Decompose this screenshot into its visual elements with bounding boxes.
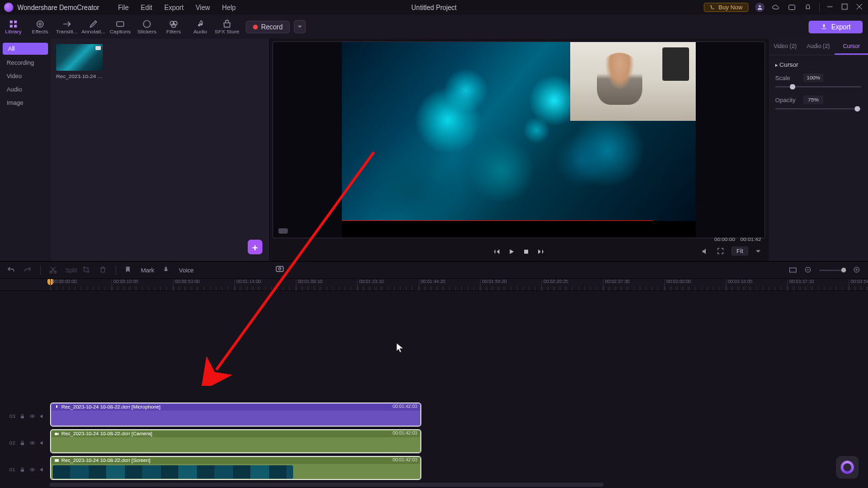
cat-video[interactable]: Video bbox=[0, 69, 51, 83]
maximize-icon[interactable] bbox=[841, 3, 849, 11]
svg-point-18 bbox=[278, 268, 281, 270]
cat-image[interactable]: Image bbox=[0, 96, 51, 109]
ruler-tick: 00:01:59:20 bbox=[480, 279, 507, 290]
crop-button[interactable] bbox=[82, 266, 91, 274]
svg-rect-6 bbox=[10, 20, 13, 23]
message-icon[interactable] bbox=[787, 3, 797, 12]
play-button[interactable] bbox=[507, 248, 515, 256]
record-button[interactable]: Record bbox=[246, 21, 290, 33]
opacity-label: Opacity bbox=[775, 97, 799, 103]
tab-annotations[interactable]: Annotati... bbox=[80, 15, 107, 39]
snapshot-button[interactable] bbox=[275, 264, 284, 273]
buy-now-button[interactable]: Buy Now bbox=[704, 3, 748, 12]
cat-all[interactable]: All bbox=[3, 43, 48, 55]
eye-icon[interactable] bbox=[29, 440, 35, 446]
menu-help[interactable]: Help bbox=[222, 4, 236, 11]
lock-icon[interactable] bbox=[19, 413, 25, 419]
opacity-slider[interactable] bbox=[775, 108, 861, 109]
prev-frame-button[interactable] bbox=[493, 248, 501, 256]
ptab-video[interactable]: Video (2) bbox=[769, 39, 802, 55]
ruler-tick: 00:01:44:20 bbox=[419, 279, 445, 290]
scale-slider[interactable] bbox=[775, 86, 861, 87]
split-button[interactable]: Split bbox=[65, 266, 74, 274]
track-clip-microphone[interactable]: Rec_2023-10-24 10-08-22.dcrr [Microphone… bbox=[51, 403, 421, 426]
volume-icon[interactable] bbox=[701, 247, 710, 256]
library-tabs: Library Effects Transiti... Annotati... … bbox=[0, 15, 240, 39]
lock-icon[interactable] bbox=[19, 440, 25, 446]
add-media-button[interactable]: + bbox=[248, 240, 262, 254]
preview-viewport[interactable] bbox=[272, 41, 765, 238]
media-clip[interactable]: Rec_2023-10-24 10... bbox=[56, 44, 103, 79]
fit-dropdown[interactable]: Fit bbox=[731, 246, 748, 256]
opacity-value[interactable]: 75% bbox=[803, 95, 823, 104]
ptab-cursor[interactable]: Cursor bbox=[835, 39, 868, 55]
mute-icon[interactable] bbox=[39, 467, 45, 473]
menu-file[interactable]: File bbox=[118, 4, 129, 11]
track-clip-screen[interactable]: Rec_2023-10-24 10-08-22.dcrr [Screen] 00… bbox=[51, 457, 421, 479]
redo-button[interactable] bbox=[23, 266, 32, 274]
minimize-icon[interactable] bbox=[827, 3, 835, 11]
svg-rect-1 bbox=[789, 5, 795, 10]
eye-icon[interactable] bbox=[29, 413, 35, 419]
tab-audio[interactable]: Audio bbox=[187, 15, 214, 39]
account-icon[interactable] bbox=[755, 3, 765, 12]
bell-icon[interactable] bbox=[803, 3, 813, 12]
fullscreen-icon[interactable] bbox=[716, 247, 724, 255]
svg-rect-8 bbox=[10, 25, 13, 27]
timeline-scrollbar[interactable] bbox=[49, 483, 604, 487]
zoom-out-button[interactable] bbox=[804, 266, 813, 274]
cut-button[interactable] bbox=[49, 266, 57, 274]
cat-audio[interactable]: Audio bbox=[0, 83, 51, 96]
voice-label[interactable]: Voice bbox=[179, 267, 194, 274]
export-button[interactable]: Export bbox=[809, 21, 863, 33]
lock-icon[interactable] bbox=[19, 467, 25, 473]
titlebar: Wondershare DemoCreator File Edit Export… bbox=[0, 0, 868, 15]
app-logo bbox=[4, 3, 13, 12]
media-bin[interactable]: Rec_2023-10-24 10... + bbox=[51, 39, 269, 261]
fit-chevron-icon[interactable] bbox=[755, 248, 761, 254]
mute-icon[interactable] bbox=[39, 413, 45, 419]
menu-export[interactable]: Export bbox=[164, 4, 184, 11]
ptab-audio[interactable]: Audio (2) bbox=[802, 39, 835, 55]
playback-controls bbox=[493, 248, 545, 256]
close-icon[interactable] bbox=[856, 3, 864, 11]
tab-stickers[interactable]: Stickers bbox=[134, 15, 160, 39]
zoom-slider[interactable] bbox=[819, 270, 846, 271]
next-frame-button[interactable] bbox=[537, 248, 545, 256]
svg-rect-23 bbox=[790, 268, 797, 272]
cat-recording[interactable]: Recording bbox=[0, 56, 51, 69]
zoom-in-button[interactable] bbox=[853, 266, 861, 274]
thumbnails-toggle-icon[interactable] bbox=[789, 266, 797, 274]
track-clip-camera[interactable]: Rec_2023-10-24 10-08-22.dcrr [Camera] 00… bbox=[51, 430, 421, 453]
undo-button[interactable] bbox=[7, 266, 15, 274]
mark-label[interactable]: Mark bbox=[141, 267, 154, 274]
svg-rect-3 bbox=[842, 4, 847, 9]
cloud-icon[interactable] bbox=[771, 3, 781, 12]
record-dropdown[interactable] bbox=[294, 20, 306, 33]
svg-rect-17 bbox=[276, 266, 284, 272]
tab-effects[interactable]: Effects bbox=[27, 15, 53, 39]
tab-sfx-store[interactable]: SFX Store bbox=[214, 15, 240, 39]
mark-icon[interactable] bbox=[124, 266, 133, 274]
scale-value[interactable]: 100% bbox=[803, 73, 823, 82]
timeline-ruler[interactable]: 00:00:00:0000:00:10:0500:00:53:0000:01:1… bbox=[0, 279, 868, 291]
svg-rect-7 bbox=[14, 20, 17, 23]
menu-view[interactable]: View bbox=[196, 4, 210, 11]
properties-panel: Video (2) Audio (2) Cursor Cursor Scale … bbox=[768, 39, 868, 261]
media-panel: All Recording Video Audio Image Rec_2023… bbox=[0, 39, 270, 261]
pip-toggle-icon[interactable] bbox=[278, 228, 288, 234]
ruler-tick: 00:03:16:05 bbox=[726, 279, 752, 290]
tab-transitions[interactable]: Transiti... bbox=[53, 15, 80, 39]
tab-filters[interactable]: Filters bbox=[160, 15, 187, 39]
tool-row: Library Effects Transiti... Annotati... … bbox=[0, 15, 868, 39]
tab-library[interactable]: Library bbox=[0, 15, 27, 39]
ruler-tick: 00:01:14:00 bbox=[234, 279, 261, 290]
delete-button[interactable] bbox=[99, 266, 107, 274]
tracks-area[interactable]: 03 Rec_2023-10-24 10-08-22.dcrr [Microph… bbox=[0, 291, 868, 488]
mute-icon[interactable] bbox=[39, 440, 45, 446]
menu-edit[interactable]: Edit bbox=[141, 4, 152, 11]
stop-button[interactable] bbox=[522, 248, 530, 256]
voice-icon[interactable] bbox=[162, 266, 171, 274]
eye-icon[interactable] bbox=[29, 467, 35, 473]
tab-captions[interactable]: Captions bbox=[107, 15, 134, 39]
